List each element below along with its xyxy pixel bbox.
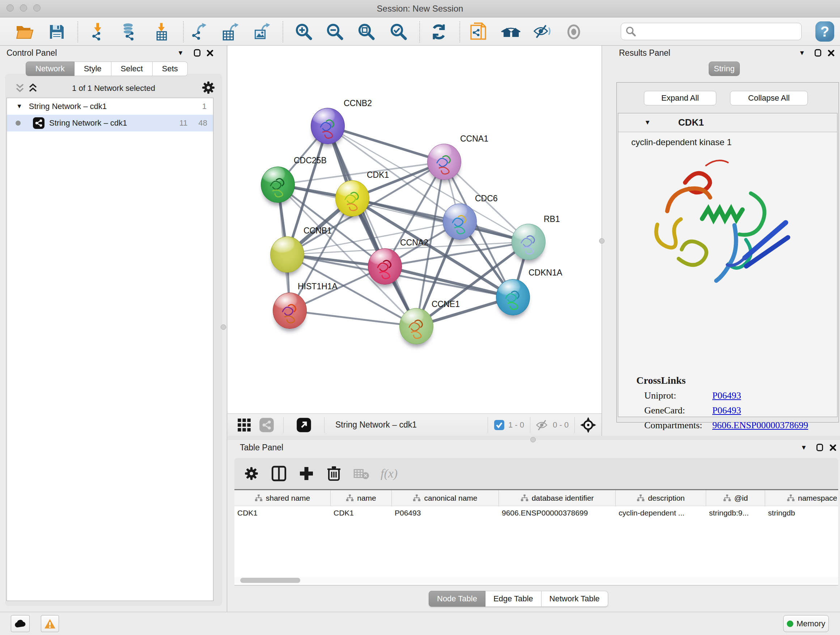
table-cell[interactable]: P06493 [392,506,499,521]
column-header-label: shared name [266,494,310,502]
import-network-from-database-button[interactable] [118,22,138,42]
float-panel-icon[interactable] [814,442,825,453]
tab-style[interactable]: Style [74,62,111,76]
hide-unhide-button[interactable] [532,22,553,42]
show-columns-icon[interactable] [269,464,289,483]
string-home-button[interactable] [501,22,521,42]
edge-CDK1-RB1[interactable] [352,198,529,242]
expand-all-button[interactable]: Expand All [644,91,716,105]
edge-HIST1H1A-CCNE1[interactable] [290,310,416,326]
column-header-database-identifier[interactable]: database identifier [499,490,616,506]
table-cell[interactable]: CDK1 [234,506,331,521]
zoom-fit-button[interactable] [356,22,377,42]
network-row-selected[interactable]: String Network – cdk1 11 48 [7,115,213,131]
search-input[interactable] [636,24,801,39]
node-label-CCNA1: CCNA1 [460,134,488,144]
cloud-button[interactable] [11,615,30,632]
network-share-toggle-icon[interactable] [259,417,274,432]
node-HIST1H1A[interactable] [273,293,307,329]
crosslink-link[interactable]: 9606.ENSP00000378699 [712,420,808,431]
node-CDK1[interactable] [335,180,369,217]
column-header-name[interactable]: name [331,490,392,506]
zoom-in-button[interactable] [294,22,314,42]
table-cell[interactable]: CDK1 [331,506,392,521]
help-button[interactable]: ? [815,21,834,42]
network-canvas[interactable]: CCNB2CCNA1CDC25BCDK1CDC6RB1CCNB1CCNA2CDK… [227,46,602,413]
export-network-button[interactable] [189,22,209,42]
panel-menu-icon[interactable]: ▼ [798,442,809,453]
right-splitter-handle[interactable] [599,238,605,244]
warnings-button[interactable] [41,615,59,632]
float-panel-icon[interactable] [813,48,823,58]
crosslink-link[interactable]: P06493 [712,390,741,401]
table-row[interactable]: CDK1CDK1P064939606.ENSP00000378699cyclin… [234,506,838,521]
zoom-out-button[interactable] [325,22,345,42]
import-table-button[interactable] [151,22,172,42]
network-options-gear-icon[interactable] [201,80,216,95]
card-expander-icon[interactable]: ▼ [644,119,651,126]
birds-eye-view-icon[interactable] [296,417,311,432]
table-options-gear-icon[interactable] [242,464,261,483]
table-cell[interactable]: cyclin-dependent ... [616,506,706,521]
table-cell[interactable]: stringdb:9... [706,506,765,521]
edge-CCNB2-CCNE1[interactable] [328,126,416,326]
selected-checkbox-icon[interactable] [494,420,505,431]
refresh-button[interactable] [429,22,449,42]
tab-sets[interactable]: Sets [153,62,188,76]
node-CCNB1[interactable] [270,236,304,272]
column-header-description[interactable]: description [616,490,706,506]
crosslink-link[interactable]: P06493 [712,405,741,416]
close-panel-icon[interactable] [204,48,215,58]
bottom-splitter-handle[interactable] [531,437,536,442]
close-panel-icon[interactable] [826,48,836,58]
node-CDKN1A[interactable] [496,279,530,315]
node-CCNB2[interactable] [311,108,345,144]
panel-menu-icon[interactable]: ▼ [797,48,807,58]
node-CCNA1[interactable] [427,144,461,180]
panel-menu-icon[interactable]: ▼ [175,48,186,58]
toolbar-separator [575,417,575,433]
edge-CCNB2-CCNA1[interactable] [328,126,444,162]
fit-selected-crosshair-icon[interactable] [580,417,597,433]
node-card-header[interactable]: ▼ CDK1 [618,113,837,132]
save-session-button[interactable] [47,22,67,42]
tab-network-table[interactable]: Network Table [542,591,608,607]
scrollbar-thumb[interactable] [240,578,300,583]
column-header-canonical-name[interactable]: canonical name [392,490,499,506]
node-CDC6[interactable] [443,203,477,240]
close-panel-icon[interactable] [827,442,838,453]
column-header-@id[interactable]: @id [706,490,765,506]
tab-string[interactable]: String [709,62,740,76]
hidden-eye-icon[interactable] [535,419,550,431]
collection-expander-icon[interactable]: ▼ [16,103,22,110]
tab-node-table[interactable]: Node Table [429,591,485,607]
node-CCNE1[interactable] [399,308,433,344]
horizontal-scrollbar[interactable] [234,577,838,584]
network-collection-row[interactable]: ▼ String Network – cdk1 1 [7,98,213,115]
float-panel-icon[interactable] [192,48,202,58]
table-cell[interactable]: 9606.ENSP00000378699 [499,506,616,521]
memory-button[interactable]: Memory [783,615,829,632]
import-network-button[interactable] [88,22,108,42]
delete-column-trash-icon[interactable] [324,464,344,483]
tab-network[interactable]: Network [26,62,74,76]
create-column-plus-icon[interactable] [297,464,316,483]
show-all-button[interactable] [564,22,584,42]
grid-view-icon[interactable] [237,417,252,432]
node-RB1[interactable] [512,224,546,260]
node-column-icon [255,494,263,502]
column-header-namespace[interactable]: namespace [765,490,838,506]
tab-edge-table[interactable]: Edge Table [485,591,542,607]
open-in-browser-button[interactable] [469,22,489,42]
zoom-selected-button[interactable] [388,22,409,42]
open-session-button[interactable] [14,22,35,42]
left-splitter-handle[interactable] [221,325,226,330]
export-table-button[interactable] [220,22,240,42]
node-CCNA2[interactable] [368,249,402,285]
export-image-button[interactable] [252,22,272,42]
tab-select[interactable]: Select [111,62,153,76]
node-CDC25B[interactable] [261,166,295,203]
table-cell[interactable]: stringdb [765,506,838,521]
collapse-all-button[interactable]: Collapse All [730,91,808,105]
column-header-shared-name[interactable]: shared name [234,490,331,506]
